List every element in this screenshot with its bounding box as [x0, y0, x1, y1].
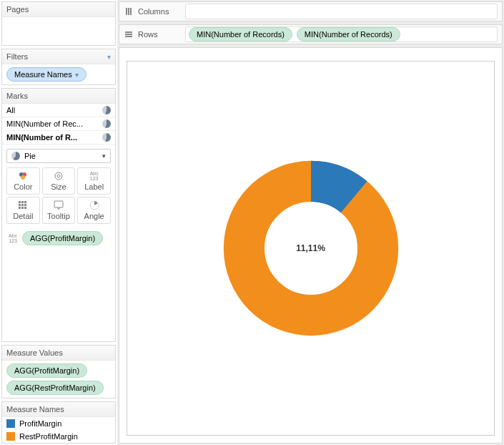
color-icon: [18, 171, 28, 181]
marks-item-min1[interactable]: MIN(Number of Rec...: [2, 117, 115, 131]
marks-label-pill-row: Abc123 AGG(ProfitMargin): [2, 228, 115, 248]
text-icon: Abc123: [6, 233, 19, 243]
measure-names-body: ProfitMargin RestProfitMargin: [2, 417, 115, 443]
svg-rect-9: [21, 204, 24, 206]
svg-rect-14: [54, 201, 63, 207]
pages-card: Pages: [1, 1, 116, 46]
legend-color-swatch: [6, 432, 15, 441]
measure-values-card: Measure Values AGG(ProfitMargin) AGG(Res…: [1, 345, 116, 398]
color-button[interactable]: Color: [6, 167, 40, 195]
measure-names-card: Measure Names ProfitMargin RestProfitMar…: [1, 401, 116, 444]
rows-label: Rows: [138, 30, 158, 39]
pie-icon: [102, 133, 111, 142]
rows-dropzone[interactable]: MIN(Number of Records) MIN(Number of Rec…: [185, 26, 498, 42]
rows-shelf[interactable]: Rows MIN(Number of Records) MIN(Number o…: [119, 24, 503, 44]
size-button[interactable]: Size: [42, 167, 76, 195]
filter-pill-measure-names[interactable]: Measure Names ▾: [6, 67, 87, 82]
svg-rect-11: [19, 207, 21, 209]
filters-header[interactable]: Filters ▾: [2, 49, 115, 64]
size-icon: [54, 171, 64, 181]
measure-values-title: Measure Values: [6, 348, 63, 357]
filters-body: Measure Names ▾: [2, 64, 115, 84]
detail-icon: [18, 200, 28, 210]
measure-names-header: Measure Names: [2, 402, 115, 417]
svg-point-2: [21, 175, 25, 180]
visualization-area: 11,11%: [119, 47, 503, 444]
donut-center-label: 11,11%: [296, 243, 325, 253]
mv-pill-agg-profitmargin[interactable]: AGG(ProfitMargin): [6, 363, 87, 378]
filters-card: Filters ▾ Measure Names ▾: [1, 49, 116, 85]
angle-icon: [89, 200, 99, 210]
pages-header: Pages: [2, 2, 115, 17]
marks-header: Marks: [2, 89, 115, 104]
legend-color-swatch: [6, 419, 15, 428]
svg-rect-6: [21, 201, 24, 203]
svg-rect-5: [19, 201, 21, 203]
donut-chart: 11,11%: [218, 155, 404, 341]
pie-icon: [11, 152, 20, 160]
chart-canvas[interactable]: 11,11%: [127, 61, 495, 436]
chevron-down-icon[interactable]: ▾: [75, 71, 79, 79]
svg-rect-8: [19, 204, 21, 206]
text-icon: Abc123: [89, 171, 99, 181]
mark-buttons: Color Size Abc123 Label Detail: [2, 167, 115, 228]
chevron-down-icon[interactable]: ▾: [107, 53, 111, 61]
rows-pill-2[interactable]: MIN(Number of Records): [297, 27, 400, 41]
marks-card: Marks All MIN(Number of Rec... MIN(Numbe…: [1, 88, 116, 342]
columns-shelf[interactable]: Columns: [119, 1, 503, 21]
marks-pill-agg-profitmargin[interactable]: AGG(ProfitMargin): [22, 231, 103, 245]
measure-values-body: AGG(ProfitMargin) AGG(RestProfitMargin): [2, 361, 115, 398]
columns-label: Columns: [138, 7, 169, 16]
rows-icon: [124, 29, 134, 39]
svg-point-4: [57, 175, 60, 177]
mv-pill-agg-restprofitmargin[interactable]: AGG(RestProfitMargin): [6, 381, 104, 395]
marks-list: All MIN(Number of Rec... MIN(Number of R…: [2, 104, 115, 145]
svg-rect-13: [24, 207, 26, 209]
marks-item-all[interactable]: All: [2, 104, 115, 117]
angle-button[interactable]: Angle: [77, 197, 111, 224]
left-side-panel: Pages Filters ▾ Measure Names ▾ Marks Al…: [0, 0, 117, 445]
pie-icon: [102, 106, 111, 114]
tooltip-button[interactable]: Tooltip: [42, 197, 76, 224]
svg-rect-10: [24, 204, 26, 206]
right-main-panel: Columns Rows MIN(Number of Records) MIN(…: [117, 0, 504, 445]
columns-icon: [124, 6, 134, 16]
label-button[interactable]: Abc123 Label: [77, 167, 111, 195]
tooltip-icon: [54, 200, 64, 210]
chevron-down-icon: ▾: [102, 152, 106, 160]
svg-rect-12: [21, 207, 24, 209]
pages-title: Pages: [6, 5, 29, 14]
measure-names-title: Measure Names: [6, 405, 64, 414]
filters-title: Filters: [6, 52, 28, 61]
pie-icon: [102, 119, 111, 128]
mark-type-dropdown[interactable]: Pie ▾: [6, 149, 111, 163]
legend-item-profitmargin[interactable]: ProfitMargin: [2, 417, 115, 430]
detail-button[interactable]: Detail: [6, 197, 40, 224]
svg-point-3: [55, 172, 62, 180]
columns-dropzone[interactable]: [185, 4, 498, 19]
marks-title: Marks: [6, 92, 28, 100]
legend-item-restprofitmargin[interactable]: RestProfitMargin: [2, 430, 115, 443]
measure-values-header: Measure Values: [2, 346, 115, 361]
marks-item-min2[interactable]: MIN(Number of R...: [2, 131, 115, 145]
rows-pill-1[interactable]: MIN(Number of Records): [189, 27, 292, 41]
svg-rect-7: [24, 201, 26, 203]
